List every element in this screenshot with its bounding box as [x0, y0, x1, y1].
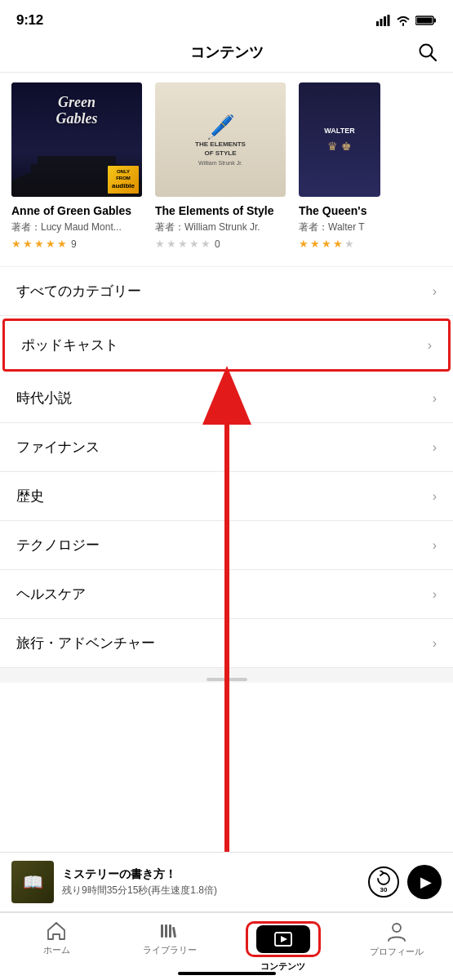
svg-rect-2: [384, 16, 386, 26]
svg-rect-1: [380, 19, 383, 26]
book-item-elements[interactable]: 🖊️ THE ELEMENTSOF STYLE William Strunk J…: [155, 82, 286, 250]
nav-item-content[interactable]: コンテンツ: [227, 920, 340, 973]
mini-player: 📖 ミステリーの書き方！ 残り9時間35分15秒(再生速度1.8倍) 30 ▶: [0, 852, 453, 912]
book-title-anne: Anne of Green Gables: [11, 203, 142, 218]
star-4: ★: [46, 238, 56, 250]
status-time: 9:12: [16, 12, 43, 29]
book-item-queens[interactable]: WALTER ♛ ♚ The Queen's 著者：Walter T ★ ★ ★…: [299, 82, 380, 250]
chess-piece-2: ♚: [341, 140, 352, 153]
star-e-1: ★: [155, 238, 165, 250]
category-item-podcast[interactable]: ポッドキャスト ›: [2, 318, 451, 372]
nav-label-profile: プロフィール: [370, 946, 424, 958]
category-label-podcast: ポッドキャスト: [21, 336, 118, 354]
star-5: ★: [57, 238, 67, 250]
signal-icon: [376, 15, 391, 26]
pen-icon: 🖊️: [207, 114, 235, 140]
star-1: ★: [11, 238, 21, 250]
home-icon-wrap: [46, 921, 67, 941]
replay-button[interactable]: 30: [368, 866, 399, 898]
queens-cover-text: WALTER: [324, 127, 354, 135]
player-title: ミステリーの書き方！: [62, 867, 360, 882]
play-icon: ▶: [420, 873, 432, 891]
status-icons: [376, 15, 437, 26]
library-icon: [159, 921, 180, 941]
svg-rect-0: [376, 21, 379, 26]
home-icon: [46, 921, 67, 941]
page-header: コンテンツ: [0, 36, 453, 73]
chevron-technology: ›: [433, 538, 437, 553]
category-item-all[interactable]: すべてのカテゴリー ›: [0, 267, 453, 316]
book-author-anne: 著者：Lucy Maud Mont...: [11, 220, 142, 234]
category-label-historical: 時代小説: [16, 389, 72, 408]
nav-label-content: コンテンツ: [260, 960, 305, 973]
star-q-1: ★: [299, 238, 309, 250]
player-thumbnail: 📖: [11, 861, 54, 903]
svg-rect-11: [161, 924, 163, 938]
wifi-icon: [396, 15, 411, 26]
status-bar: 9:12: [0, 0, 453, 36]
chevron-all: ›: [433, 284, 437, 299]
nav-label-home: ホーム: [43, 944, 70, 956]
category-label-history: 歴史: [16, 487, 44, 506]
star-q-4: ★: [333, 238, 343, 250]
book-cover-anne: GreenGables ONLYFROMaudible: [11, 82, 142, 197]
svg-rect-14: [172, 927, 176, 938]
chevron-healthcare: ›: [433, 587, 437, 602]
replay-label: 30: [380, 887, 388, 893]
book-rating-anne: ★ ★ ★ ★ ★ 9: [11, 238, 142, 250]
content-icon-wrap: [256, 925, 310, 953]
star-e-4: ★: [189, 238, 199, 250]
category-label-finance: ファイナンス: [16, 438, 100, 457]
library-icon-wrap: [159, 921, 180, 941]
nav-item-library[interactable]: ライブラリー: [113, 920, 227, 956]
nav-item-home[interactable]: ホーム: [0, 920, 113, 956]
category-label-all: すべてのカテゴリー: [16, 282, 141, 301]
nav-item-profile[interactable]: プロフィール: [340, 920, 453, 958]
profile-icon: [386, 921, 407, 942]
book-rating-queens: ★ ★ ★ ★ ★: [299, 238, 380, 250]
book-title-elements: The Elements of Style: [155, 203, 286, 218]
nav-label-library: ライブラリー: [143, 944, 197, 956]
review-count-anne: 9: [71, 238, 77, 250]
svg-point-16: [393, 924, 401, 932]
star-3: ★: [34, 238, 44, 250]
chevron-podcast: ›: [428, 338, 432, 353]
player-controls: 30 ▶: [368, 865, 442, 899]
book-cover-queens: WALTER ♛ ♚: [299, 82, 380, 197]
chess-piece-1: ♛: [327, 140, 338, 153]
books-carousel: GreenGables ONLYFROMaudible Anne of Gree…: [0, 73, 453, 267]
search-button[interactable]: [417, 42, 438, 66]
category-item-history[interactable]: 歴史 ›: [0, 472, 453, 521]
category-item-technology[interactable]: テクノロジー ›: [0, 521, 453, 570]
book-title-queens: The Queen's: [299, 203, 380, 218]
profile-icon-wrap: [386, 921, 407, 942]
home-indicator: [178, 972, 276, 975]
star-e-3: ★: [178, 238, 188, 250]
book-rating-elements: ★ ★ ★ ★ ★ 0: [155, 238, 286, 250]
star-q-3: ★: [322, 238, 331, 250]
play-button[interactable]: ▶: [407, 865, 442, 899]
star-e-5: ★: [201, 238, 211, 250]
category-label-technology: テクノロジー: [16, 536, 100, 555]
review-count-elements: 0: [215, 238, 220, 250]
category-item-historical[interactable]: 時代小説 ›: [0, 374, 453, 423]
page-title: コンテンツ: [190, 42, 264, 62]
book-author-queens: 著者：Walter T: [299, 220, 380, 234]
svg-rect-12: [165, 924, 167, 938]
player-info: ミステリーの書き方！ 残り9時間35分15秒(再生速度1.8倍): [62, 867, 360, 898]
battery-icon: [415, 15, 437, 26]
drag-handle: [207, 678, 247, 681]
star-q-2: ★: [310, 238, 320, 250]
category-item-finance[interactable]: ファイナンス ›: [0, 423, 453, 472]
category-label-travel: 旅行・アドベンチャー: [16, 634, 155, 653]
content-nav-highlight: [246, 921, 321, 957]
category-list: すべてのカテゴリー › ポッドキャスト › 時代小説 › ファイナンス › 歴史…: [0, 267, 453, 668]
chevron-travel: ›: [433, 636, 437, 651]
category-item-healthcare[interactable]: ヘルスケア ›: [0, 570, 453, 619]
chevron-history: ›: [433, 489, 437, 504]
chevron-historical: ›: [433, 391, 437, 406]
book-item-anne[interactable]: GreenGables ONLYFROMaudible Anne of Gree…: [11, 82, 142, 250]
star-2: ★: [23, 238, 33, 250]
category-item-travel[interactable]: 旅行・アドベンチャー ›: [0, 619, 453, 668]
svg-rect-13: [169, 924, 171, 938]
